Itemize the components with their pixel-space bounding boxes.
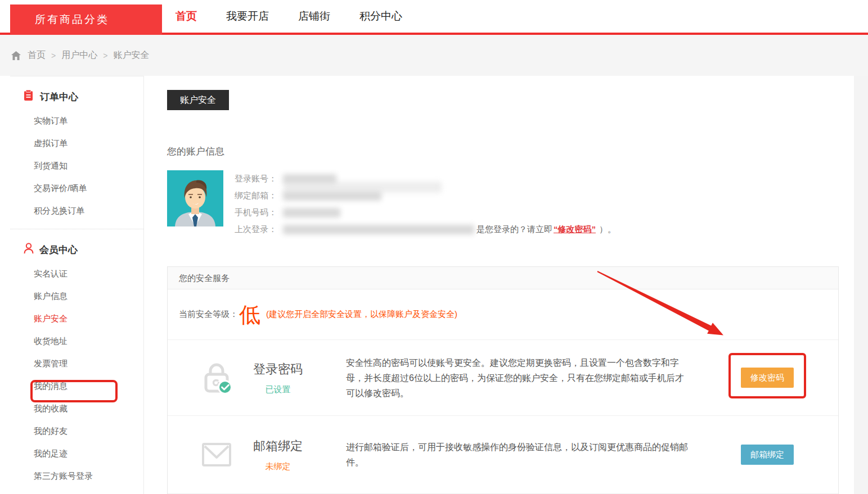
field-label: 上次登录： xyxy=(235,224,282,235)
service-title: 登录密码 xyxy=(247,361,309,378)
sidebar: 订单中心 实物订单 虚拟订单 到货通知 交易评价/晒单 积分兑换订单 会员中心 … xyxy=(10,76,144,494)
account-fields: 登录账号： 绑定邮箱： 手机号码： 上次登录： 是您登录的？请立即 “修改密码”… xyxy=(235,170,616,238)
main-content: 账户安全 您的账户信息 xyxy=(167,76,839,494)
last-login-tail: 是您登录的？请立即 xyxy=(476,224,552,235)
sidebar-item-arrival-notice[interactable]: 到货通知 xyxy=(10,155,143,177)
sidebar-section-title: 订单中心 xyxy=(40,90,78,103)
avatar xyxy=(167,170,223,226)
service-description: 安全性高的密码可以使账号更安全。建议您定期更换密码，且设置一个包含数字和字母，并… xyxy=(346,355,690,401)
sidebar-item-my-messages[interactable]: 我的消息 xyxy=(10,375,143,397)
breadcrumb-account-security: 账户安全 xyxy=(113,49,149,61)
breadcrumb-separator: > xyxy=(103,51,107,60)
sidebar-section-member: 会员中心 实名认证 账户信息 账户安全 收货地址 发票管理 我的消息 我的收藏 … xyxy=(10,229,143,494)
security-level-tip: (建议您开启全部安全设置，以保障账户及资金安全) xyxy=(266,309,457,320)
bind-email-button[interactable]: 邮箱绑定 xyxy=(741,445,794,465)
sidebar-item-third-party-login[interactable]: 第三方账号登录 xyxy=(10,465,143,487)
home-icon xyxy=(11,51,21,60)
breadcrumb-user-center[interactable]: 用户中心 xyxy=(61,49,97,61)
breadcrumb-separator: > xyxy=(51,51,56,60)
member-icon xyxy=(24,243,34,257)
account-info-title: 您的账户信息 xyxy=(167,145,839,158)
change-password-link[interactable]: “修改密码” xyxy=(554,224,596,235)
sidebar-item-virtual-orders[interactable]: 虚拟订单 xyxy=(10,132,143,155)
field-label: 手机号码： xyxy=(235,207,282,218)
redacted-value xyxy=(283,208,340,217)
security-services-header: 您的安全服务 xyxy=(168,267,838,289)
page-right-gutter xyxy=(854,76,868,494)
nav-item-points-center[interactable]: 积分中心 xyxy=(359,9,402,24)
sidebar-section-orders: 订单中心 实物订单 虚拟订单 到货通知 交易评价/晒单 积分兑换订单 xyxy=(10,76,143,229)
account-info-block: 登录账号： 绑定邮箱： 手机号码： 上次登录： 是您登录的？请立即 “修改密码”… xyxy=(167,170,839,238)
security-level-label: 当前安全等级： xyxy=(179,309,238,320)
nav-menu: 首页 我要开店 店铺街 积分中心 xyxy=(176,0,402,33)
sidebar-item-my-favorites[interactable]: 我的收藏 xyxy=(10,397,143,420)
login-password-title-col: 登录密码 已设置 xyxy=(247,361,309,395)
sidebar-item-points-orders[interactable]: 积分兑换订单 xyxy=(10,200,143,222)
security-services-box: 您的安全服务 当前安全等级： 低 (建议您开启全部安全设置，以保障账户及资金安全… xyxy=(167,266,839,494)
field-label: 绑定邮箱： xyxy=(235,191,282,201)
breadcrumb-band: 首页 > 用户中心 > 账户安全 xyxy=(0,35,868,76)
security-level-row: 当前安全等级： 低 (建议您开启全部安全设置，以保障账户及资金安全) xyxy=(168,289,838,340)
sidebar-item-reviews[interactable]: 交易评价/晒单 xyxy=(10,177,143,200)
field-label: 登录账号： xyxy=(235,174,282,184)
sidebar-item-account-info[interactable]: 账户信息 xyxy=(10,285,143,307)
nav-item-home[interactable]: 首页 xyxy=(176,9,197,24)
sidebar-item-invoice-management[interactable]: 发票管理 xyxy=(10,352,143,375)
breadcrumb: 首页 > 用户中心 > 账户安全 xyxy=(11,35,149,76)
email-binding-row: 邮箱绑定 未绑定 进行邮箱验证后，可用于接收敏感操作的身份验证信息，以及订阅更优… xyxy=(168,415,838,493)
sidebar-item-my-friends[interactable]: 我的好友 xyxy=(10,420,143,442)
sidebar-item-account-security[interactable]: 账户安全 xyxy=(10,307,143,330)
service-description: 进行邮箱验证后，可用于接收敏感操作的身份验证信息，以及订阅更优惠商品的促销邮件。 xyxy=(346,439,690,470)
all-categories-button[interactable]: 所有商品分类 xyxy=(10,4,162,35)
nav-item-open-shop[interactable]: 我要开店 xyxy=(226,9,269,24)
order-icon xyxy=(24,90,34,104)
change-password-button[interactable]: 修改密码 xyxy=(741,368,794,388)
sidebar-member-list: 实名认证 账户信息 账户安全 收货地址 发票管理 我的消息 我的收藏 我的好友 … xyxy=(10,262,143,494)
sidebar-item-physical-orders[interactable]: 实物订单 xyxy=(10,110,143,132)
security-level-value: 低 xyxy=(239,304,260,325)
page-title: 账户安全 xyxy=(167,90,229,110)
login-password-row: 登录密码 已设置 安全性高的密码可以使账号更安全。建议您定期更换密码，且设置一个… xyxy=(168,340,838,415)
sidebar-section-member-header: 会员中心 xyxy=(10,235,143,262)
lock-icon xyxy=(199,360,235,396)
sidebar-item-my-footprints[interactable]: 我的足迹 xyxy=(10,442,143,465)
sidebar-section-orders-header: 订单中心 xyxy=(10,82,143,110)
redacted-value xyxy=(283,174,336,184)
sidebar-section-title: 会员中心 xyxy=(39,243,78,256)
service-status: 已设置 xyxy=(247,384,309,395)
sidebar-item-shipping-address[interactable]: 收货地址 xyxy=(10,330,143,352)
mail-icon xyxy=(199,443,235,466)
field-last-login: 上次登录： 是您登录的？请立即 “修改密码” ）。 xyxy=(235,221,616,238)
field-mobile: 手机号码： xyxy=(235,204,616,221)
top-nav: 所有商品分类 首页 我要开店 店铺街 积分中心 xyxy=(0,0,868,35)
sidebar-item-my-invoices[interactable]: 我的发票 xyxy=(10,487,143,494)
service-title: 邮箱绑定 xyxy=(247,438,309,455)
email-binding-title-col: 邮箱绑定 未绑定 xyxy=(247,438,309,472)
last-login-after: ）。 xyxy=(599,224,616,235)
sidebar-order-list: 实物订单 虚拟订单 到货通知 交易评价/晒单 积分兑换订单 xyxy=(10,110,143,222)
breadcrumb-home[interactable]: 首页 xyxy=(28,49,46,61)
redacted-value xyxy=(283,191,381,201)
account-security-page: 所有商品分类 首页 我要开店 店铺街 积分中心 首页 > 用户中心 > 账户安全 xyxy=(0,0,868,494)
nav-item-shop-street[interactable]: 店铺街 xyxy=(298,9,330,24)
service-status: 未绑定 xyxy=(247,461,309,472)
redacted-value xyxy=(283,225,474,234)
sidebar-item-real-name-auth[interactable]: 实名认证 xyxy=(10,262,143,285)
